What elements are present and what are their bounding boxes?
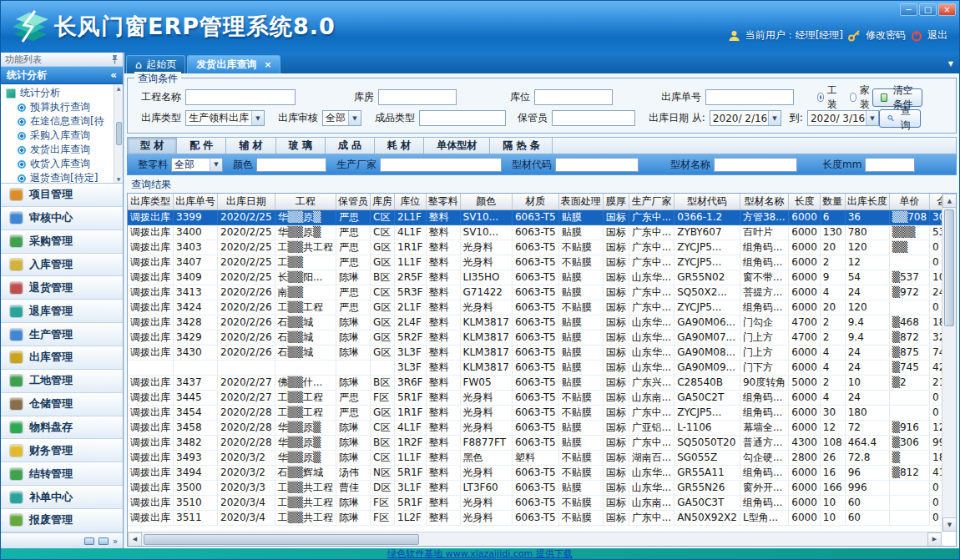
- table-row[interactable]: 调拨出库33992020/2/25华▒▒原▒严思C区2L1F整料SV10...6…: [128, 209, 942, 225]
- scroll-up-icon[interactable]: ▲: [942, 194, 957, 208]
- column-header[interactable]: 库房: [371, 194, 395, 209]
- column-header[interactable]: 金: [930, 194, 942, 209]
- tree-item[interactable]: 收货入库查询: [1, 157, 123, 171]
- column-header[interactable]: 整零料: [426, 194, 460, 209]
- product-type-input[interactable]: [419, 110, 506, 126]
- table-row[interactable]: 调拨出库34302020/2/26石▒▒城陈琳G区3L3F整料KLM381760…: [128, 345, 942, 360]
- tab-close-icon[interactable]: ×: [264, 59, 271, 70]
- logout-link[interactable]: 退出: [927, 28, 947, 43]
- tab-0[interactable]: ⌂起始页: [126, 55, 185, 73]
- color-input[interactable]: [256, 158, 326, 172]
- material-tab-7[interactable]: 隔 热 条: [490, 138, 553, 154]
- close-button[interactable]: ×: [938, 3, 956, 16]
- horizontal-scrollbar[interactable]: ◀ ▶: [128, 532, 942, 546]
- table-row[interactable]: 调拨出库34942020/3/2石▒▒辉城汤伟N区5R1F整料光身料6063-T…: [128, 465, 942, 480]
- material-tab-0[interactable]: 型 材: [128, 138, 177, 154]
- sidebar-module-5[interactable]: 退库管理: [1, 300, 123, 323]
- order-no-input[interactable]: [705, 89, 794, 105]
- sidebar-module-1[interactable]: 审核中心: [1, 207, 123, 230]
- table-row[interactable]: 调拨出库34282020/2/26石▒▒城陈琳G区2L4F整料KLM381760…: [128, 315, 942, 330]
- length-input[interactable]: [865, 158, 915, 172]
- table-row[interactable]: 调拨出库34132020/2/26南▒▒严思C区5R3F整料G714226063…: [128, 285, 942, 300]
- scroll-down-icon[interactable]: ▼: [117, 176, 121, 182]
- column-header[interactable]: 型材代码: [675, 194, 740, 209]
- date-from-picker[interactable]: 2020/ 2/16 ▼: [710, 110, 781, 126]
- sidebar-module-13[interactable]: 补单中心: [1, 486, 123, 509]
- warehouse-input[interactable]: [378, 89, 457, 105]
- search-button[interactable]: 查 询: [879, 109, 921, 128]
- table-row[interactable]: 调拨出库34242020/2/26工▒▒工程严思G区2L1F整料光身料6063-…: [128, 300, 942, 315]
- radio-option-1[interactable]: 家装: [850, 83, 872, 112]
- column-header[interactable]: 保管员: [336, 194, 371, 209]
- sidebar-module-7[interactable]: 出库管理: [1, 346, 123, 370]
- table-row[interactable]: 调拨出库35102020/3/4工▒▒共工程陈琳F区5R1F整料光身料6063-…: [128, 495, 942, 510]
- column-header[interactable]: 长度: [789, 194, 821, 209]
- scroll-right-icon[interactable]: ▶: [927, 532, 942, 547]
- sidebar-module-9[interactable]: 仓储管理: [1, 393, 123, 416]
- scroll-left-icon[interactable]: ◀: [128, 532, 142, 547]
- table-row[interactable]: 调拨出库34032020/2/25工▒▒共工程严思G区1R1F整料光身料6063…: [128, 240, 942, 255]
- scroll-up-icon[interactable]: ▲: [117, 85, 121, 91]
- vertical-scroll-thumb[interactable]: [944, 209, 954, 326]
- tree-scrollbar[interactable]: ▲ ▼: [114, 84, 123, 183]
- table-row[interactable]: 调拨出库35112020/3/4工▒▒共工程陈琳F区1L2F整料光身料6063-…: [128, 510, 942, 525]
- tree-scroll-thumb[interactable]: [116, 122, 122, 145]
- column-header[interactable]: 膜厚: [603, 194, 629, 209]
- sidebar-module-12[interactable]: 结转管理: [1, 462, 123, 486]
- horizontal-scroll-thumb[interactable]: [144, 534, 419, 545]
- chevron-right-icon[interactable]: »: [113, 537, 118, 546]
- column-header[interactable]: 出库日期: [218, 194, 275, 209]
- computer-icon[interactable]: [99, 537, 109, 545]
- minimize-button[interactable]: −: [900, 3, 917, 16]
- table-row[interactable]: 3L3F整料KLM38176063-T5贴膜国标山东华...GA90M09...…: [128, 360, 942, 375]
- material-tab-3[interactable]: 玻 璃: [276, 138, 326, 154]
- column-header[interactable]: 颜色: [460, 194, 512, 209]
- sidebar-module-8[interactable]: 工地管理: [1, 370, 123, 393]
- change-password-link[interactable]: 修改密码: [866, 28, 906, 43]
- table-row[interactable]: 调拨出库34932020/3/2华▒▒原▒陈琳C区1L1F整料黑色塑料不贴膜国标…: [128, 450, 942, 465]
- tab-1[interactable]: 发货出库查询×: [187, 55, 280, 73]
- tree-item[interactable]: 在途信息查询[待: [1, 114, 123, 129]
- tree-item[interactable]: 退货查询[待定]: [1, 171, 123, 184]
- material-tab-2[interactable]: 辅 材: [226, 138, 275, 154]
- location-input[interactable]: [534, 89, 613, 105]
- column-header[interactable]: 出库类型: [128, 194, 174, 209]
- table-row[interactable]: 调拨出库34372020/2/27佛▒▒什...陈琳B区3R6F整料FW0560…: [128, 375, 942, 390]
- sidebar-module-10[interactable]: 物料盘存: [1, 416, 123, 440]
- material-tab-1[interactable]: 配 件: [177, 138, 226, 154]
- radio-option-0[interactable]: 工装: [817, 83, 840, 112]
- table-row[interactable]: 调拨出库35002020/3/3工▒▒共工程曹佳D区3L1F整料LT3F6060…: [128, 480, 942, 495]
- material-tab-5[interactable]: 耗 材: [375, 138, 424, 154]
- material-tab-4[interactable]: 成 品: [326, 138, 375, 154]
- scroll-down-icon[interactable]: ▼: [942, 517, 957, 532]
- table-row[interactable]: 调拨出库34292020/2/26石▒▒城陈琳G区5R2F整料KLM381760…: [128, 330, 942, 345]
- sidebar-module-6[interactable]: 生产管理: [1, 323, 123, 346]
- table-row[interactable]: 调拨出库34822020/2/28华▒▒原▒陈琳B区1R2F整料F8877FT6…: [128, 435, 942, 450]
- manufacturer-input[interactable]: [380, 158, 502, 172]
- table-row[interactable]: 调拨出库34092020/2/25长▒▒阳...陈琳B区2R5F整料LI35HO…: [128, 270, 942, 285]
- chevron-down-icon[interactable]: ▼: [948, 60, 953, 68]
- computer-icon[interactable]: [84, 537, 94, 545]
- tree-item[interactable]: 采购入库查询: [1, 129, 123, 143]
- tree-item[interactable]: 预算执行查询: [1, 100, 123, 114]
- table-row[interactable]: 调拨出库34072020/2/25工▒▒严思G区1L1F整料光身料6063-T5…: [128, 255, 942, 270]
- vertical-scrollbar[interactable]: ▲ ▼: [942, 194, 956, 532]
- download-link[interactable]: 绿色软件基地 www.xiazaijidi.com 提供下载: [387, 549, 573, 558]
- sidebar-module-14[interactable]: 报废管理: [1, 509, 123, 532]
- sidebar-module-0[interactable]: 项目管理: [1, 184, 123, 207]
- sidebar-module-11[interactable]: 财务管理: [1, 439, 123, 462]
- column-header[interactable]: 库位: [395, 194, 427, 209]
- column-header[interactable]: 表面处理: [558, 194, 603, 209]
- column-header[interactable]: 工程: [275, 194, 336, 209]
- column-header[interactable]: 出库长度: [845, 194, 889, 209]
- material-tab-6[interactable]: 单体型材: [424, 138, 490, 154]
- maximize-button[interactable]: □: [919, 3, 937, 16]
- sidebar-module-4[interactable]: 退货管理: [1, 276, 123, 300]
- collapse-icon[interactable]: «: [110, 69, 117, 81]
- keeper-input[interactable]: [552, 110, 635, 126]
- column-header[interactable]: 出库单号: [174, 194, 218, 209]
- section-statistics-header[interactable]: 统计分析 «: [1, 67, 123, 84]
- whole-piece-select[interactable]: 全部 ▼: [171, 158, 223, 172]
- table-row[interactable]: 调拨出库34452020/2/27工▒▒工程严思F区5R1F整料光身料6063-…: [128, 390, 942, 405]
- column-header[interactable]: 型材名称: [740, 194, 788, 209]
